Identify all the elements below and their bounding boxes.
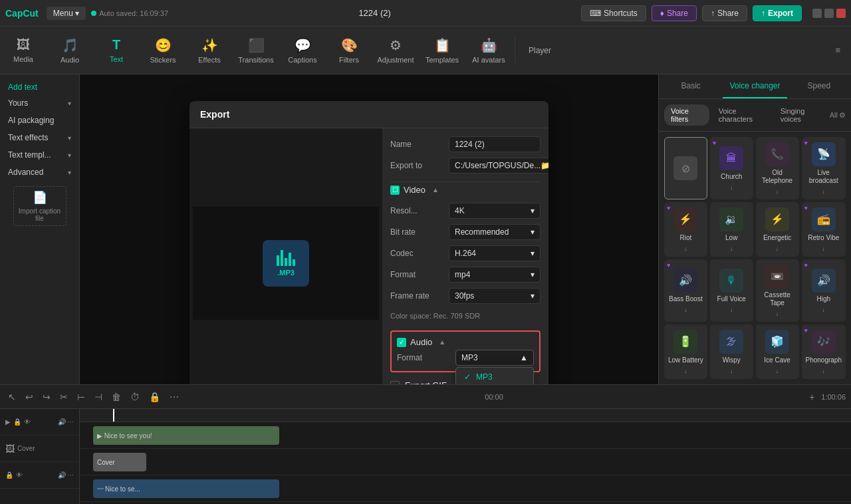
track-1-vol[interactable]: 🔊: [58, 418, 66, 426]
toolbar-filters[interactable]: 🎨 Filters: [326, 27, 372, 74]
voice-card-low-battery[interactable]: 🔋 Low Battery ↓: [664, 324, 707, 379]
toolbar-captions[interactable]: 💬 Captions: [279, 27, 326, 74]
all-button[interactable]: All ⚙: [830, 104, 846, 126]
export-button[interactable]: ↑ Export: [753, 5, 802, 21]
tab-basic[interactable]: Basic: [659, 74, 723, 98]
clip-nice-to-see-you[interactable]: ▶ Nice to see you!: [93, 426, 279, 445]
export-to-input[interactable]: C:/Users/TOPGUS/De... 📁: [449, 158, 548, 174]
sidebar-item-text-template[interactable]: Text templ... ▾: [0, 146, 79, 164]
close-button[interactable]: [836, 9, 846, 18]
toolbar-ai-avatars[interactable]: 🤖 AI avatars: [465, 27, 512, 74]
toolbar-effects[interactable]: ✨ Effects: [186, 27, 233, 74]
sidebar-item-advanced[interactable]: Advanced ▾: [0, 164, 79, 181]
pro-icon: ♦: [660, 9, 664, 18]
tl-align-left[interactable]: ⊢: [74, 390, 88, 404]
voice-card-energetic[interactable]: ⚡ Energetic ↓: [756, 202, 799, 257]
player-menu-icon[interactable]: ≡: [835, 45, 840, 55]
clip-cover[interactable]: Cover: [93, 453, 146, 471]
tl-add-track[interactable]: +: [806, 390, 817, 404]
captions-label: Captions: [288, 56, 316, 64]
tl-redo[interactable]: ↪: [40, 390, 53, 404]
format-label: Format: [390, 270, 443, 279]
audio-toggle[interactable]: ✓: [397, 338, 406, 347]
toolbar-templates[interactable]: 📋 Templates: [419, 27, 465, 74]
audio-arrow[interactable]: ▲: [439, 338, 445, 346]
minimize-button[interactable]: [812, 9, 822, 18]
modal-overlay: Export: [80, 74, 658, 384]
toolbar-stickers[interactable]: 😊 Stickers: [140, 27, 186, 74]
share-button[interactable]: ↑ Share: [702, 5, 747, 21]
ice-cave-label: Ice Cave: [764, 356, 790, 364]
tab-speed[interactable]: Speed: [787, 74, 851, 98]
track-3-more[interactable]: ⋯: [67, 471, 74, 479]
tl-delete[interactable]: 🗑: [109, 390, 124, 404]
main-content: Add text Yours ▾ AI packaging Text effec…: [0, 74, 851, 384]
voice-card-live-broadcast[interactable]: ♥ 📡 Live broadcast ↓: [802, 137, 846, 199]
text-effects-chevron: ▾: [68, 134, 71, 142]
voice-card-full-voice[interactable]: 🎙 Full Voice ↓: [710, 259, 753, 322]
tl-undo[interactable]: ↩: [23, 390, 36, 404]
voice-card-wispy[interactable]: 🌫 Wispy ↓: [710, 324, 753, 379]
tl-split[interactable]: ✂: [57, 390, 70, 404]
toolbar-audio[interactable]: 🎵 Audio: [47, 27, 93, 74]
framerate-select[interactable]: 30fps ▾: [449, 288, 541, 304]
sidebar-item-yours[interactable]: Yours ▾: [0, 94, 79, 112]
timeline-duration-display: 1:00:06: [821, 393, 846, 401]
filter-icon: ⚙: [839, 111, 846, 120]
templates-icon: 📋: [434, 37, 451, 53]
low-battery-label: Low Battery: [668, 356, 703, 364]
name-input[interactable]: 1224 (2): [449, 136, 541, 152]
filter-tab-singing-voices[interactable]: Singing voices: [774, 104, 827, 126]
filter-tab-voice-filters[interactable]: Voice filters: [664, 104, 709, 126]
resolution-select[interactable]: 4K ▾: [449, 203, 541, 219]
format-chevron: ▾: [531, 270, 535, 279]
voice-card-old-telephone[interactable]: 📞 Old Telephone ↓: [756, 137, 799, 199]
voice-card-low[interactable]: 🔉 Low ↓: [710, 202, 753, 257]
voice-card-retro-vibe[interactable]: ♥ 📻 Retro Vibe ↓: [802, 202, 846, 257]
add-text-button[interactable]: Add text: [0, 80, 79, 94]
filter-tab-voice-characters[interactable]: Voice characters: [712, 104, 771, 126]
toolbar-transitions[interactable]: ⬛ Transitions: [233, 27, 279, 74]
menu-button[interactable]: Menu ▾: [47, 7, 86, 20]
playhead[interactable]: [113, 409, 114, 422]
voice-card-church[interactable]: ♥ 🏛 Church ↓: [710, 137, 753, 199]
track-label-2: 🖼 Cover: [0, 436, 79, 462]
sidebar-item-ai-packaging[interactable]: AI packaging: [0, 112, 79, 129]
shortcuts-button[interactable]: ⌨ Shortcuts: [581, 5, 646, 21]
clip-audio[interactable]: 〰 Nice to se...: [93, 479, 279, 498]
voice-card-cassette-tape[interactable]: 📼 Cassette Tape ↓: [756, 259, 799, 322]
voice-card-high[interactable]: ♥ 🔊 High ↓: [802, 259, 846, 322]
codec-select[interactable]: H.264 ▾: [449, 245, 541, 261]
voice-card-riot[interactable]: ♥ ⚡ Riot ↓: [664, 202, 707, 257]
audio-format-label: Format: [397, 353, 450, 362]
export-gif-checkbox[interactable]: [390, 381, 400, 385]
audio-format-select[interactable]: MP3 ▲: [455, 350, 534, 366]
toolbar-adjustment[interactable]: ⚙ Adjustment: [372, 27, 419, 74]
voice-card-ice-cave[interactable]: 🧊 Ice Cave ↓: [756, 324, 799, 379]
pro-button[interactable]: ♦ Share: [652, 5, 697, 21]
format-select[interactable]: mp4 ▾: [449, 267, 541, 283]
maximize-button[interactable]: [824, 9, 834, 18]
toolbar-media[interactable]: 🖼 Media: [0, 27, 47, 74]
track-1-more[interactable]: ⋯: [67, 418, 74, 426]
video-toggle[interactable]: ☐: [390, 186, 400, 195]
video-arrow[interactable]: ▲: [432, 186, 439, 193]
import-caption-button[interactable]: 📄 Import caption file: [13, 186, 66, 226]
media-icon: 🖼: [17, 37, 30, 53]
bitrate-select[interactable]: Recommended ▾: [449, 224, 541, 240]
voice-card-phonograph[interactable]: ♥ 🎶 Phonograph ↓: [802, 324, 846, 379]
voice-card-none[interactable]: ⊘: [664, 137, 707, 199]
audio-format-option-mp3[interactable]: ✓ MP3: [456, 368, 533, 384]
tl-more[interactable]: ⋯: [167, 390, 182, 404]
tl-duration[interactable]: ⏱: [128, 390, 142, 404]
track-3-vol[interactable]: 🔊: [58, 471, 66, 479]
tl-align-center[interactable]: ⊣: [92, 390, 105, 404]
tab-voice-changer[interactable]: Voice changer: [723, 74, 787, 98]
tl-select-tool[interactable]: ↖: [5, 390, 19, 404]
track-1-icons: 🔊 ⋯: [58, 418, 74, 426]
tl-lock[interactable]: 🔒: [146, 390, 163, 404]
export-gif-label: Export GIF: [405, 380, 447, 384]
voice-card-bass-boost[interactable]: ♥ 🔊 Bass Boost ↓: [664, 259, 707, 322]
sidebar-item-text-effects[interactable]: Text effects ▾: [0, 129, 79, 146]
toolbar-text[interactable]: T Text: [93, 27, 140, 74]
